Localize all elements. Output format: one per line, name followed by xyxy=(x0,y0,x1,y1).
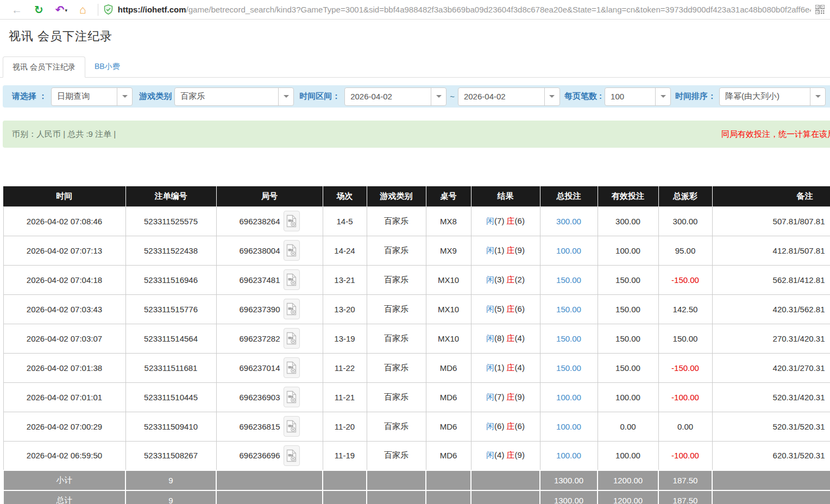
total-bet-cell[interactable]: 100.00 xyxy=(540,412,598,441)
total-bet-cell[interactable]: 300.00 xyxy=(540,206,598,236)
round-number: 696237481 xyxy=(239,275,280,285)
note-cell: 420.31/562.81 xyxy=(712,294,830,324)
video-replay-button[interactable] xyxy=(284,387,300,407)
refresh-icon[interactable]: ↻ xyxy=(34,4,43,15)
qr-code-icon[interactable] xyxy=(815,5,825,14)
video-replay-button[interactable] xyxy=(284,299,300,319)
per-page-select[interactable]: 100 xyxy=(605,87,671,106)
game-type-cell: 百家乐 xyxy=(367,441,426,470)
result-player-score: (3) xyxy=(494,275,507,284)
undo-icon[interactable]: ↶▾ xyxy=(55,4,67,15)
footer-valid-bet: 1200.00 xyxy=(598,490,658,504)
time-cell: 2026-04-02 07:04:18 xyxy=(3,265,125,294)
footer-empty xyxy=(216,490,323,504)
footer-count: 9 xyxy=(125,490,216,504)
video-replay-button[interactable] xyxy=(284,445,300,466)
video-replay-button[interactable] xyxy=(284,240,300,261)
video-replay-button[interactable] xyxy=(284,211,300,231)
note-cell: 520.31/420.31 xyxy=(712,382,830,412)
valid-bet-notice: 同局有效投注，统一计算在该局 xyxy=(721,129,830,140)
back-icon[interactable]: ← xyxy=(11,4,22,15)
bet-records-table: 时间注单编号局号场次游戏类别桌号结果总投注有效投注总派彩备注 2026-04-0… xyxy=(3,186,830,504)
result-player-score: (8) xyxy=(494,333,507,343)
date-to-select[interactable]: 2026-04-02 xyxy=(458,87,560,106)
time-cell: 2026-04-02 07:03:07 xyxy=(3,324,125,353)
table-body: 2026-04-02 07:08:46523311525575696238264… xyxy=(3,206,830,470)
result-cell: 闲(3) 庄(2) xyxy=(471,265,540,294)
bet-number-cell: 523311508267 xyxy=(125,441,216,470)
round-cell: 696237014 xyxy=(216,353,323,382)
result-banker-label: 庄 xyxy=(507,392,515,401)
table-row: 2026-04-02 06:59:50523311508267696236696… xyxy=(3,441,830,470)
query-type-select[interactable]: 日期查询 xyxy=(51,87,133,106)
result-cell: 闲(8) 庄(4) xyxy=(471,324,540,353)
result-player-label: 闲 xyxy=(486,333,494,343)
footer-empty xyxy=(367,490,426,504)
total-bet-cell[interactable]: 100.00 xyxy=(540,236,598,265)
round-number: 696238264 xyxy=(239,217,280,226)
footer-empty xyxy=(367,470,426,490)
result-cell: 闲(4) 庄(9) xyxy=(471,441,540,470)
result-player-score: (4) xyxy=(494,450,507,459)
undo-caret-icon[interactable]: ▾ xyxy=(65,8,68,13)
round-cell: 696236696 xyxy=(216,441,323,470)
video-replay-button[interactable] xyxy=(284,357,300,378)
date-from-select[interactable]: 2026-04-02 xyxy=(344,87,447,106)
result-cell: 闲(1) 庄(9) xyxy=(471,236,540,265)
total-bet-cell[interactable]: 100.00 xyxy=(540,382,598,412)
url-path: /game/betrecord_search/kind3?GameType=30… xyxy=(186,5,811,14)
footer-empty xyxy=(216,470,323,490)
total-bet-cell[interactable]: 150.00 xyxy=(540,265,598,294)
total-bet-cell[interactable]: 150.00 xyxy=(540,294,598,324)
column-header: 总派彩 xyxy=(658,186,712,206)
time-cell: 2026-04-02 07:03:43 xyxy=(3,294,125,324)
column-header: 结果 xyxy=(471,186,540,206)
total-bet-cell[interactable]: 150.00 xyxy=(540,353,598,382)
bet-number-cell: 523311515776 xyxy=(125,294,216,324)
table-number-cell: MD6 xyxy=(426,382,471,412)
footer-payout: 187.50 xyxy=(658,490,712,504)
bet-number-cell: 523311525575 xyxy=(125,206,216,236)
footer-empty xyxy=(712,490,830,504)
round-number: 696237390 xyxy=(239,305,280,314)
payout-cell: 300.00 xyxy=(658,206,712,236)
result-banker-label: 庄 xyxy=(507,216,515,225)
chevron-down-icon xyxy=(544,88,559,105)
date-to-value: 2026-04-02 xyxy=(458,92,544,101)
result-player-score: (5) xyxy=(494,304,507,313)
summary-bar: 币别：人民币 | 总共 :9 注单 | 同局有效投注，统一计算在该局 xyxy=(3,121,830,148)
column-header: 注单编号 xyxy=(125,186,216,206)
result-banker-label: 庄 xyxy=(507,304,515,313)
table-row: 2026-04-02 07:01:38523311511681696237014… xyxy=(3,353,830,382)
table-header-row: 时间注单编号局号场次游戏类别桌号结果总投注有效投注总派彩备注 xyxy=(3,186,830,206)
tab-bet-records[interactable]: 视讯 会员下注纪录 xyxy=(3,56,85,78)
round-cell: 696237282 xyxy=(216,324,323,353)
table-row: 2026-04-02 07:03:43523311515776696237390… xyxy=(3,294,830,324)
video-replay-button[interactable] xyxy=(284,269,300,290)
table-footer: 小计91300.001200.00187.50总计91300.001200.00… xyxy=(3,470,830,504)
game-type-select[interactable]: 百家乐 xyxy=(174,87,294,106)
valid-bet-cell: 100.00 xyxy=(598,236,658,265)
home-icon[interactable]: ⌂ xyxy=(79,4,86,15)
game-type-cell: 百家乐 xyxy=(367,353,426,382)
total-bet-cell[interactable]: 150.00 xyxy=(540,324,598,353)
chevron-down-icon xyxy=(278,88,293,105)
valid-bet-cell: 150.00 xyxy=(598,265,658,294)
session-cell: 14-5 xyxy=(323,206,367,236)
payout-cell: 142.50 xyxy=(658,294,712,324)
footer-empty xyxy=(712,470,830,490)
footer-empty xyxy=(323,490,367,504)
total-bet-cell[interactable]: 100.00 xyxy=(540,441,598,470)
result-player-label: 闲 xyxy=(486,450,494,459)
video-replay-button[interactable] xyxy=(284,328,300,349)
sort-select[interactable]: 降幂(由大到小) xyxy=(719,87,826,106)
video-replay-button[interactable] xyxy=(284,416,300,437)
time-cell: 2026-04-02 07:00:29 xyxy=(3,412,125,441)
tab-bb-tips[interactable]: BB小费 xyxy=(85,56,129,77)
sort-label: 时间排序： xyxy=(675,91,716,102)
security-shield-icon[interactable] xyxy=(104,4,113,15)
query-type-label: 请选择 ： xyxy=(12,91,47,102)
table-row: 2026-04-02 07:00:29523311509410696236815… xyxy=(3,412,830,441)
url-bar[interactable]: https://iohetf.com/game/betrecord_search… xyxy=(118,5,811,14)
bet-number-cell: 523311514564 xyxy=(125,324,216,353)
